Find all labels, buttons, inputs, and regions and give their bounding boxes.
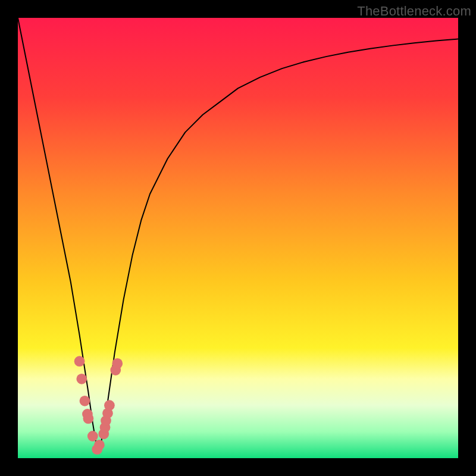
data-marker <box>80 396 90 406</box>
data-marker <box>94 440 105 450</box>
gradient-background <box>18 18 458 458</box>
data-marker <box>74 356 85 367</box>
watermark-text: TheBottleneck.com <box>357 4 471 19</box>
data-marker <box>83 414 94 424</box>
chart-frame: TheBottleneck.com <box>0 0 476 476</box>
plot-area <box>18 18 458 458</box>
data-marker <box>112 358 123 369</box>
data-marker <box>104 400 115 411</box>
data-marker <box>87 431 98 441</box>
chart-svg <box>18 18 458 458</box>
data-marker <box>76 374 87 384</box>
